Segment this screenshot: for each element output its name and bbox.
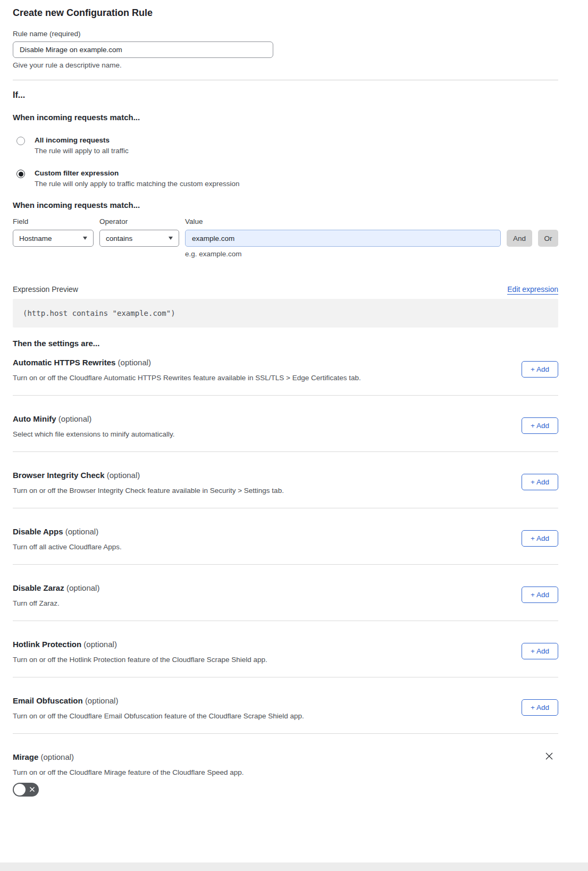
setting-row-email-obfuscation: Email Obfuscation (optional) Turn on or …: [13, 677, 558, 734]
setting-title: Email Obfuscation (optional): [13, 696, 558, 705]
setting-title: Automatic HTTPS Rewrites (optional): [13, 358, 558, 367]
builder-heading: When incoming requests match...: [13, 200, 558, 210]
setting-description: Turn on or off the Cloudflare Mirage fea…: [13, 768, 558, 776]
setting-title: Auto Minify (optional): [13, 414, 558, 423]
setting-row-mirage: Mirage (optional) Turn on or off the Clo…: [13, 734, 558, 797]
toggle-off-x-icon: [29, 786, 36, 793]
add-button[interactable]: + Add: [522, 699, 558, 716]
add-button[interactable]: + Add: [522, 361, 558, 378]
rule-name-input[interactable]: [13, 41, 273, 58]
setting-description: Turn on or off the Browser Integrity Che…: [13, 487, 558, 495]
setting-description: Turn off Zaraz.: [13, 599, 558, 607]
setting-name: Email Obfuscation: [13, 696, 83, 705]
add-button[interactable]: + Add: [522, 417, 558, 434]
radio-label: All incoming requests: [35, 136, 129, 144]
setting-row-auto-minify: Auto Minify (optional) Select which file…: [13, 396, 558, 452]
match-heading: When incoming requests match...: [13, 113, 558, 122]
setting-description: Turn on or off the Cloudflare Email Obfu…: [13, 712, 558, 720]
then-settings-heading: Then the settings are...: [13, 339, 558, 348]
setting-optional-tag: (optional): [107, 471, 140, 480]
and-button[interactable]: And: [507, 230, 532, 247]
add-button[interactable]: + Add: [522, 530, 558, 547]
setting-optional-tag: (optional): [58, 414, 92, 423]
setting-name: Disable Zaraz: [13, 583, 64, 592]
setting-description: Select which file extensions to minify a…: [13, 430, 558, 438]
setting-name: Automatic HTTPS Rewrites: [13, 358, 115, 367]
setting-description: Turn on or off the Hotlink Protection fe…: [13, 656, 558, 664]
create-configuration-rule-page: Create new Configuration Rule Rule name …: [0, 0, 588, 871]
setting-title: Disable Apps (optional): [13, 527, 558, 536]
page-title: Create new Configuration Rule: [13, 7, 558, 19]
radio-label: Custom filter expression: [35, 169, 239, 177]
setting-name: Hotlink Protection: [13, 640, 81, 649]
setting-row-disable-zaraz: Disable Zaraz (optional) Turn off Zaraz.…: [13, 565, 558, 621]
setting-row-disable-apps: Disable Apps (optional) Turn off all act…: [13, 508, 558, 565]
setting-name: Mirage: [13, 752, 38, 761]
setting-title: Hotlink Protection (optional): [13, 640, 558, 649]
setting-title: Browser Integrity Check (optional): [13, 471, 558, 480]
expression-preview-header: Expression Preview Edit expression: [13, 285, 558, 295]
field-label: Field: [13, 217, 94, 225]
field-select-value: Hostname: [19, 234, 52, 242]
operator-select-value: contains: [106, 234, 132, 242]
if-heading: If...: [13, 90, 558, 100]
field-select[interactable]: Hostname: [13, 230, 94, 247]
radio-icon[interactable]: [16, 170, 25, 178]
chevron-down-icon: [83, 237, 87, 240]
value-help-text: e.g. example.com: [185, 250, 501, 258]
edit-expression-link[interactable]: Edit expression: [507, 285, 558, 295]
expression-preview-label: Expression Preview: [13, 285, 78, 294]
section-divider: [13, 80, 558, 80]
setting-optional-tag: (optional): [118, 358, 152, 367]
add-button[interactable]: + Add: [522, 474, 558, 490]
value-input[interactable]: [185, 230, 501, 247]
setting-description: Turn off all active Cloudflare Apps.: [13, 543, 558, 551]
radio-option-all-incoming-requests[interactable]: All incoming requests The rule will appl…: [13, 136, 558, 155]
setting-title: Mirage (optional): [13, 752, 558, 761]
radio-icon[interactable]: [16, 137, 25, 145]
operator-label: Operator: [99, 217, 179, 225]
setting-optional-tag: (optional): [65, 527, 99, 536]
setting-name: Browser Integrity Check: [13, 471, 105, 480]
rule-name-help: Give your rule a descriptive name.: [13, 61, 558, 69]
setting-description: Turn on or off the Cloudflare Automatic …: [13, 374, 558, 382]
value-label: Value: [185, 217, 501, 225]
setting-row-browser-integrity-check: Browser Integrity Check (optional) Turn …: [13, 452, 558, 508]
setting-optional-tag: (optional): [85, 696, 119, 705]
footer-strip: [0, 862, 588, 871]
expression-builder-row: Field Operator Value Hostname contains A…: [13, 217, 558, 258]
mirage-toggle-off[interactable]: [13, 783, 39, 797]
setting-optional-tag: (optional): [41, 752, 74, 761]
expression-preview-code: (http.host contains "example.com"): [13, 299, 558, 328]
rule-name-label: Rule name (required): [13, 30, 558, 38]
or-button[interactable]: Or: [538, 230, 558, 247]
setting-optional-tag: (optional): [83, 640, 117, 649]
setting-name: Disable Apps: [13, 527, 63, 536]
add-button[interactable]: + Add: [522, 587, 558, 603]
close-icon[interactable]: [544, 751, 554, 761]
add-button[interactable]: + Add: [522, 643, 558, 659]
radio-description: The rule will only apply to traffic matc…: [35, 180, 239, 188]
operator-select[interactable]: contains: [99, 230, 179, 247]
chevron-down-icon: [169, 237, 173, 240]
setting-name: Auto Minify: [13, 414, 56, 423]
toggle-knob: [14, 784, 26, 795]
setting-row-automatic-https-rewrites: Automatic HTTPS Rewrites (optional) Turn…: [13, 348, 558, 396]
setting-optional-tag: (optional): [66, 583, 100, 592]
radio-option-custom-filter-expression[interactable]: Custom filter expression The rule will o…: [13, 169, 558, 188]
setting-row-hotlink-protection: Hotlink Protection (optional) Turn on or…: [13, 621, 558, 677]
setting-title: Disable Zaraz (optional): [13, 583, 558, 592]
radio-description: The rule will apply to all traffic: [35, 147, 129, 155]
